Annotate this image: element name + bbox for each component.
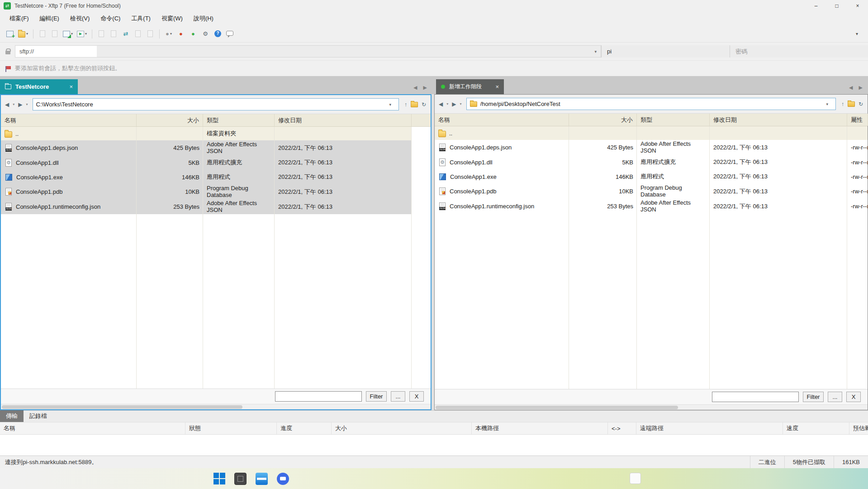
toolbar-help-button[interactable] (212, 28, 223, 40)
toolbar-sync-browsing-button[interactable]: ⇄ (120, 28, 131, 40)
filter-button[interactable]: Filter (366, 391, 387, 402)
password-input[interactable]: 密碼 (730, 45, 868, 58)
filter-close-button[interactable]: X (846, 392, 861, 402)
file-row[interactable]: ConsoleApp1.runtimeconfig.json253 BytesA… (435, 199, 868, 214)
menu-edit[interactable]: 編輯(E) (35, 13, 64, 24)
file-row[interactable]: ConsoleApp1.deps.json425 BytesAdobe Afte… (435, 140, 868, 155)
horizontal-scrollbar[interactable] (1, 404, 431, 409)
transfer-column-9[interactable]: 預估剩餘時間 (849, 422, 868, 434)
file-row[interactable]: .. (435, 126, 868, 140)
file-row[interactable]: ConsoleApp1.dll5KB應用程式擴充2022/2/1, 下午 06:… (435, 155, 868, 169)
maximize-button[interactable]: □ (826, 0, 847, 12)
remote-path[interactable]: /home/pi/Desktop/NetCoreTest (480, 101, 560, 107)
tab-log[interactable]: 記錄檔 (24, 410, 53, 422)
toolbar-open-session-folder-button[interactable]: ▾ (17, 28, 29, 40)
toolbar-launch-xagent-button[interactable]: ● (188, 28, 199, 40)
tab-next-icon[interactable]: ▶ (423, 85, 427, 91)
transfer-column-6[interactable]: <-> (608, 422, 636, 434)
menu-view[interactable]: 檢視(V) (65, 13, 95, 24)
remote-path-combobox[interactable]: /home/pi/Desktop/NetCoreTest ▾ (466, 98, 836, 110)
toolbar-launch-xshell-button[interactable]: ● (175, 28, 186, 40)
tab-close-icon[interactable]: × (69, 83, 73, 90)
menu-help[interactable]: 說明(H) (189, 13, 218, 24)
tab-prev-icon[interactable]: ◀ (413, 85, 417, 91)
refresh-icon[interactable]: ↻ (420, 101, 427, 108)
transfer-column-5[interactable]: 本機路徑 (472, 422, 608, 434)
close-button[interactable]: × (847, 0, 868, 12)
toolbar-overflow-chevron[interactable]: ▾ (850, 31, 863, 36)
transfer-column-4[interactable]: 大小 (332, 422, 472, 434)
home-folder-icon[interactable] (411, 102, 418, 107)
open-session-folder-dropdown-icon[interactable]: ▾ (26, 32, 28, 36)
file-row[interactable]: ConsoleApp1.runtimeconfig.json253 BytesA… (1, 199, 412, 214)
filter-button[interactable]: Filter (803, 392, 824, 402)
toolbar-connection-state-button[interactable]: ●▾ (163, 28, 174, 40)
menu-file[interactable]: 檔案(F) (5, 13, 34, 24)
minimize-button[interactable]: – (806, 0, 826, 12)
tab-close-icon[interactable]: × (495, 83, 499, 90)
chat-app-icon[interactable] (277, 473, 289, 485)
back-history-dropdown-icon[interactable]: ▾ (446, 101, 449, 107)
tab-new-session[interactable]: 新增工作階段 × (436, 79, 504, 94)
file-row[interactable]: ConsoleApp1.pdb10KBProgram Debug Databas… (1, 184, 412, 199)
menu-window[interactable]: 視窗(W) (157, 13, 188, 24)
home-folder-icon[interactable] (848, 101, 855, 107)
toolbar-run-button[interactable]: ▾ (76, 28, 88, 40)
toolbar-new-transfer-window-button[interactable]: ▾ (62, 28, 74, 40)
address-dropdown-icon[interactable]: ▾ (590, 49, 601, 54)
tray-app-icon[interactable] (630, 473, 641, 484)
filter-more-button[interactable]: ... (828, 392, 842, 402)
column-header-type[interactable]: 類型 (203, 114, 275, 126)
filter-close-button[interactable]: X (409, 391, 424, 402)
column-header-type[interactable]: 類型 (637, 114, 710, 126)
file-row[interactable]: ConsoleApp1.exe146KB應用程式2022/2/1, 下午 06:… (1, 170, 412, 184)
forward-history-dropdown-icon[interactable]: ▾ (25, 101, 28, 107)
file-row[interactable]: ..檔案資料夾 (1, 127, 412, 140)
tab-testnetcore[interactable]: TestNetcore × (0, 79, 78, 94)
column-header-name[interactable]: 名稱 (435, 114, 569, 126)
column-header-name[interactable]: 名稱 (1, 114, 137, 126)
start-icon[interactable] (213, 473, 225, 484)
file-row[interactable]: ConsoleApp1.exe146KB應用程式2022/2/1, 下午 06:… (435, 169, 868, 184)
run-dropdown-icon[interactable]: ▾ (85, 32, 87, 36)
toolbar-settings-button[interactable]: ⚙ (200, 28, 211, 40)
path-dropdown-icon[interactable]: ▾ (385, 102, 395, 107)
address-combobox[interactable]: sftp:// ▾ (15, 45, 601, 58)
horizontal-scrollbar[interactable] (435, 404, 868, 410)
refresh-icon[interactable]: ↻ (857, 101, 864, 108)
menu-commands[interactable]: 命令(C) (95, 13, 125, 24)
file-row[interactable]: ConsoleApp1.dll5KB應用程式擴充2022/2/1, 下午 06:… (1, 155, 412, 170)
tab-prev-icon[interactable]: ◀ (849, 85, 853, 91)
local-path-combobox[interactable]: C:\Works\TestNetcore ▾ (33, 98, 399, 110)
transfer-column-8[interactable]: 速度 (783, 422, 849, 434)
filter-input[interactable] (712, 392, 799, 402)
back-icon[interactable]: ◀ (438, 100, 444, 108)
back-icon[interactable]: ◀ (4, 101, 10, 109)
file-row[interactable]: ConsoleApp1.pdb10KBProgram Debug Databas… (435, 184, 868, 199)
column-header-attr[interactable]: 屬性 (847, 114, 868, 126)
tab-next-icon[interactable]: ▶ (859, 85, 863, 91)
scrollbar-thumb[interactable] (436, 406, 678, 409)
transfer-list[interactable] (0, 435, 868, 455)
toolbar-new-session-button[interactable] (5, 28, 15, 40)
file-row[interactable]: ConsoleApp1.deps.json425 BytesAdobe Afte… (1, 140, 412, 155)
filter-input[interactable] (275, 391, 362, 402)
path-dropdown-icon[interactable]: ▾ (822, 102, 832, 106)
column-header-size[interactable]: 大小 (569, 114, 637, 126)
up-directory-icon[interactable]: ↑ (403, 101, 408, 108)
tab-transfer[interactable]: 傳輸 (0, 410, 24, 422)
transfer-column-2[interactable]: 狀態 (185, 422, 277, 434)
column-header-date[interactable]: 修改日期 (275, 114, 412, 126)
username-input[interactable]: pi (601, 45, 730, 58)
forward-history-dropdown-icon[interactable]: ▾ (459, 101, 462, 107)
toolbar-feedback-button[interactable] (224, 28, 235, 40)
new-transfer-window-dropdown-icon[interactable]: ▾ (71, 32, 73, 36)
transfer-column-3[interactable]: 進度 (277, 422, 332, 434)
dark-app-icon[interactable] (234, 473, 247, 485)
filter-more-button[interactable]: ... (391, 391, 405, 402)
back-history-dropdown-icon[interactable]: ▾ (12, 101, 15, 107)
column-header-date[interactable]: 修改日期 (710, 114, 847, 126)
transfer-column-7[interactable]: 遠端路徑 (636, 422, 783, 434)
local-path[interactable]: C:\Works\TestNetcore (36, 101, 93, 108)
up-directory-icon[interactable]: ↑ (840, 101, 845, 108)
